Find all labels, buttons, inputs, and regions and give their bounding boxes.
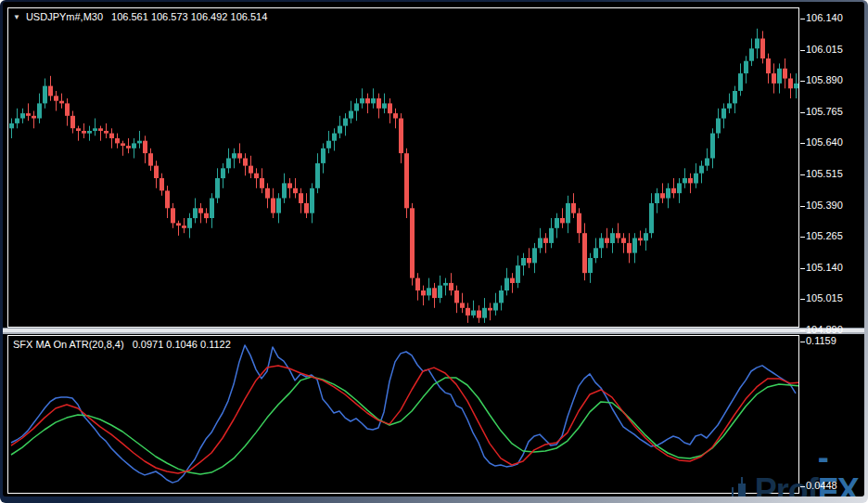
window-frame: ▼USDJPYm#,M30106.561 106.573 106.492 106… xyxy=(0,0,868,503)
axis-tick-label: 105.765 xyxy=(806,106,843,118)
terminal-background: ▼USDJPYm#,M30106.561 106.573 106.492 106… xyxy=(3,2,864,497)
price-axis[interactable]: 106.140106.015105.890105.765105.640105.5… xyxy=(3,2,864,497)
axis-tick xyxy=(800,237,805,238)
axis-tick-label: 105.390 xyxy=(806,200,843,212)
axis-tick-label: 106.140 xyxy=(806,12,843,24)
axis-tick xyxy=(800,143,805,144)
axis-tick-label: 105.515 xyxy=(806,168,843,180)
axis-tick-label: 105.140 xyxy=(806,262,843,274)
axis-tick-label: 105.265 xyxy=(806,230,843,242)
axis-tick-label: 105.015 xyxy=(806,292,843,304)
axis-tick xyxy=(800,50,805,51)
axis-tick xyxy=(800,19,805,19)
axis-tick xyxy=(800,206,805,207)
axis-tick xyxy=(800,81,805,82)
mt4-chart-window: { "window": { "title_symbol": "USDJPYm#,… xyxy=(0,0,868,503)
axis-tick-label: 105.640 xyxy=(806,136,843,148)
axis-tick-label: 0.0448 xyxy=(806,480,837,492)
axis-tick xyxy=(800,486,805,487)
axis-tick xyxy=(800,268,805,269)
axis-tick xyxy=(800,330,805,331)
axis-tick-label: 106.015 xyxy=(806,44,843,56)
axis-tick-label: 0.1159 xyxy=(806,335,836,347)
axis-tick xyxy=(800,299,805,300)
axis-tick xyxy=(800,174,805,175)
axis-tick xyxy=(800,342,805,342)
axis-tick-label: 105.890 xyxy=(806,74,843,86)
axis-tick xyxy=(800,112,805,113)
